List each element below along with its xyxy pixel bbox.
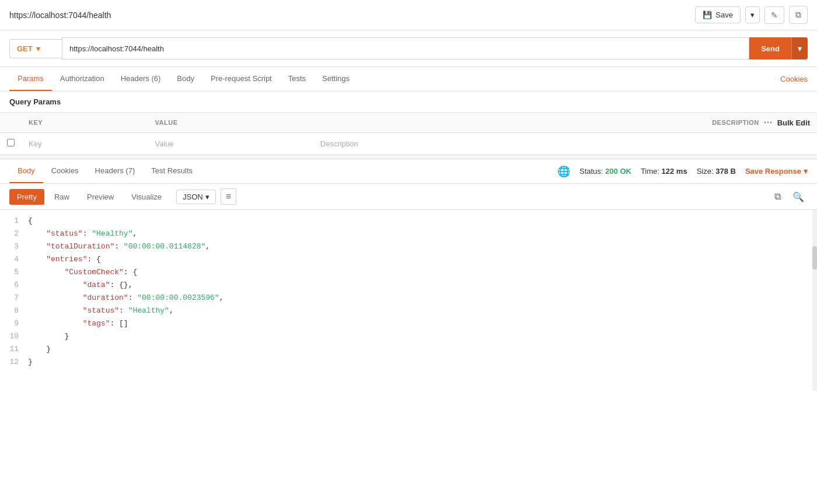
search-response-button[interactable]: 🔍 — [789, 189, 808, 205]
status-label: Status: 200 OK — [579, 167, 631, 176]
url-input[interactable] — [62, 37, 749, 60]
json-line: 1{ — [0, 215, 817, 228]
json-caret: ▾ — [205, 192, 210, 201]
save-label: Save — [715, 10, 733, 19]
th-description: DESCRIPTION ··· Bulk Edit — [313, 113, 817, 133]
line-number: 3 — [0, 240, 28, 253]
line-content: } — [28, 343, 51, 356]
line-content: "status": "Healthy", — [28, 228, 137, 240]
param-desc-cell[interactable]: Description — [313, 133, 817, 155]
json-line: 7 "duration": "00:00:00.0023596", — [0, 292, 817, 304]
line-number: 4 — [0, 253, 28, 266]
scrollbar-thumb[interactable] — [812, 246, 817, 270]
format-preview-button[interactable]: Preview — [79, 189, 121, 205]
request-bar: GET ▾ Send ▾ — [0, 30, 817, 67]
format-bar: Pretty Raw Preview Visualize JSON ▾ ≡ ⧉ … — [0, 184, 817, 210]
request-tabs: Params Authorization Headers (6) Body Pr… — [0, 67, 817, 92]
save-button[interactable]: 💾 Save — [695, 6, 741, 23]
response-tab-test-results[interactable]: Test Results — [143, 159, 201, 183]
save-response-caret: ▾ — [804, 167, 808, 176]
time-value: 122 ms — [662, 167, 687, 176]
line-content: } — [28, 356, 33, 369]
json-line: 2 "status": "Healthy", — [0, 228, 817, 240]
save-response-button[interactable]: Save Response ▾ — [745, 167, 808, 176]
format-visualize-button[interactable]: Visualize — [124, 189, 169, 205]
json-output: 1{2 "status": "Healthy",3 "totalDuration… — [0, 210, 817, 391]
response-tabs-bar: Body Cookies Headers (7) Test Results 🌐 … — [0, 159, 817, 184]
line-number: 8 — [0, 304, 28, 317]
json-line: 5 "CustomCheck": { — [0, 266, 817, 279]
top-bar-actions: 💾 Save ▾ ✎ ⧉ — [695, 6, 808, 24]
json-line: 9 "tags": [] — [0, 317, 817, 330]
format-raw-button[interactable]: Raw — [47, 189, 77, 205]
query-params-section: Query Params KEY VALUE DESCRIPTION ··· B… — [0, 92, 817, 155]
request-title: https://localhost:7044/health — [9, 10, 111, 20]
size-label: Size: 378 B — [697, 167, 736, 176]
section-divider — [0, 155, 817, 159]
copy-button[interactable]: ⧉ — [789, 6, 808, 24]
status-value: 200 OK — [605, 167, 631, 176]
table-row: Key Value Description — [0, 133, 817, 155]
time-label: Time: 122 ms — [641, 167, 687, 176]
line-number: 2 — [0, 228, 28, 240]
line-number: 1 — [0, 215, 28, 228]
method-select[interactable]: GET ▾ — [9, 39, 62, 58]
response-tab-headers[interactable]: Headers (7) — [87, 159, 144, 183]
param-checkbox[interactable] — [7, 139, 15, 146]
json-type-selector[interactable]: JSON ▾ — [176, 190, 216, 204]
query-params-title: Query Params — [0, 92, 817, 112]
line-number: 11 — [0, 343, 28, 356]
send-button-group: Send ▾ — [749, 37, 808, 60]
th-checkbox — [0, 113, 22, 133]
top-bar: https://localhost:7044/health 💾 Save ▾ ✎… — [0, 0, 817, 30]
tab-tests[interactable]: Tests — [280, 67, 314, 91]
line-number: 12 — [0, 356, 28, 369]
json-line: 12} — [0, 356, 817, 369]
edit-button[interactable]: ✎ — [764, 6, 784, 24]
tab-body[interactable]: Body — [169, 67, 202, 91]
line-number: 9 — [0, 317, 28, 330]
save-icon: 💾 — [703, 10, 712, 19]
json-line: 4 "entries": { — [0, 253, 817, 266]
line-number: 6 — [0, 279, 28, 292]
response-status: 🌐 Status: 200 OK Time: 122 ms Size: 378 … — [557, 165, 808, 178]
th-more-icon[interactable]: ··· — [764, 117, 773, 128]
filter-button[interactable]: ≡ — [221, 188, 236, 205]
line-content: "data": {}, — [28, 279, 132, 292]
json-line: 11 } — [0, 343, 817, 356]
method-label: GET — [17, 44, 33, 53]
response-body-container: 1{2 "status": "Healthy",3 "totalDuration… — [0, 210, 817, 391]
line-content: { — [28, 215, 33, 228]
tab-params[interactable]: Params — [9, 67, 52, 91]
json-line: 8 "status": "Healthy", — [0, 304, 817, 317]
send-main-button[interactable]: Send — [749, 40, 791, 58]
json-label: JSON — [183, 192, 203, 201]
vertical-scrollbar[interactable] — [812, 210, 817, 391]
line-number: 5 — [0, 266, 28, 279]
row-checkbox[interactable] — [0, 133, 22, 155]
line-content: "status": "Healthy", — [28, 304, 174, 317]
json-line: 6 "data": {}, — [0, 279, 817, 292]
json-line: 10 } — [0, 330, 817, 343]
send-caret-button[interactable]: ▾ — [791, 37, 808, 60]
method-caret: ▾ — [36, 44, 40, 53]
format-pretty-button[interactable]: Pretty — [9, 189, 44, 205]
param-value-cell[interactable]: Value — [148, 133, 313, 155]
copy-response-button[interactable]: ⧉ — [771, 189, 784, 204]
tab-settings[interactable]: Settings — [314, 67, 358, 91]
line-content: "CustomCheck": { — [28, 266, 137, 279]
param-key-cell[interactable]: Key — [22, 133, 148, 155]
bulk-edit-button[interactable]: Bulk Edit — [777, 118, 810, 127]
tab-headers[interactable]: Headers (6) — [113, 67, 169, 91]
response-tab-cookies[interactable]: Cookies — [43, 159, 87, 183]
save-dropdown-button[interactable]: ▾ — [745, 6, 760, 23]
size-value: 378 B — [715, 167, 736, 176]
cookies-link[interactable]: Cookies — [780, 75, 808, 83]
line-content: "tags": [] — [28, 317, 128, 330]
tab-authorization[interactable]: Authorization — [52, 67, 113, 91]
response-tab-body[interactable]: Body — [9, 159, 43, 183]
tab-pre-request-script[interactable]: Pre-request Script — [202, 67, 280, 91]
params-table: KEY VALUE DESCRIPTION ··· Bulk Edit Key … — [0, 112, 817, 155]
line-content: "duration": "00:00:00.0023596", — [28, 292, 224, 304]
line-content: "totalDuration": "00:00:00.0114828", — [28, 240, 210, 253]
